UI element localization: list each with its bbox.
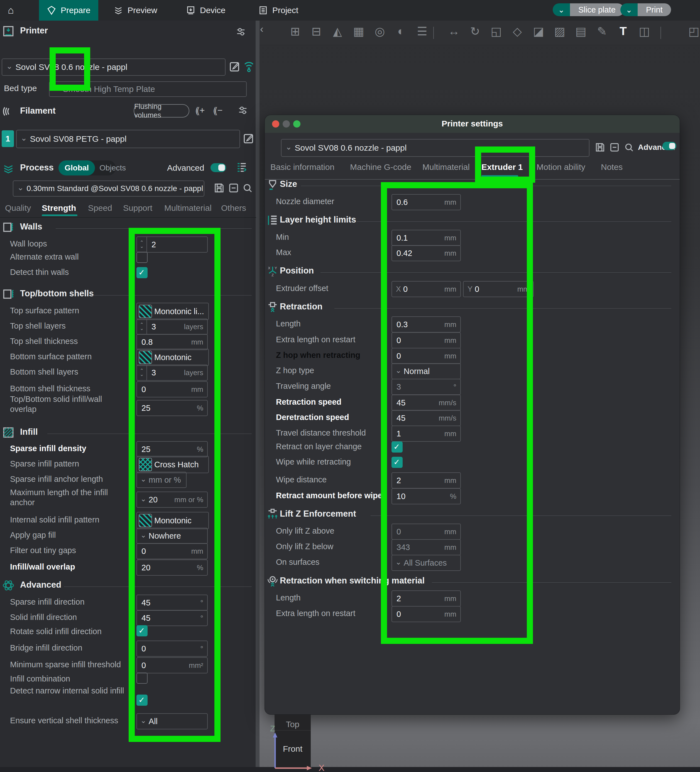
tab-motion-ability[interactable]: Motion ability bbox=[536, 162, 585, 172]
scope-objects-button[interactable]: Objects bbox=[95, 164, 130, 172]
process-preset-value: 0.30mm Standard @Sovol SV08 0.6 nozzle -… bbox=[26, 184, 203, 193]
filament-section-header: Filament Flushing volumes ⸨+ ⸨− bbox=[0, 104, 256, 119]
rotate-icon[interactable]: ↻ bbox=[467, 25, 483, 38]
retraction-section-title: Retraction bbox=[280, 302, 322, 312]
filament-preset-select[interactable]: ⌄ Sovol SV08 PETG - pappl bbox=[16, 130, 240, 148]
delete-machine-icon[interactable] bbox=[609, 142, 620, 153]
printer-icon bbox=[2, 25, 15, 37]
param-label: Ensure vertical shell thickness bbox=[10, 715, 130, 726]
filament-settings-icon[interactable] bbox=[237, 105, 249, 116]
param-label: Detect thin walls bbox=[10, 267, 130, 277]
move-icon[interactable]: ↔ bbox=[445, 25, 462, 38]
text-tool-icon[interactable]: T bbox=[615, 25, 631, 38]
dialog-preset-row: ⌄ Sovol SV08 0.6 nozzle - pappl Advanced bbox=[265, 133, 680, 164]
dialog-preset-select[interactable]: ⌄ Sovol SV08 0.6 nozzle - pappl bbox=[281, 139, 589, 157]
print-label[interactable]: Print bbox=[638, 3, 671, 16]
print-button[interactable]: ⌄ Print bbox=[620, 3, 671, 16]
place-on-face-icon[interactable]: ◇ bbox=[509, 25, 526, 38]
param-label: Wipe distance bbox=[276, 474, 396, 484]
param-label: Sparse infill density bbox=[10, 443, 130, 453]
scope-global-label: Global bbox=[65, 164, 89, 172]
param-label: Extruder offset bbox=[276, 283, 396, 293]
tab-others[interactable]: Others bbox=[221, 203, 246, 213]
printer-preset-select[interactable]: ⌄ Sovol SV08 0.6 nozzle - pappl bbox=[2, 59, 226, 76]
param-label: Deretraction speed bbox=[276, 412, 396, 422]
search-preset-icon[interactable] bbox=[242, 182, 254, 194]
position-icon: XYZ bbox=[267, 265, 279, 277]
measure-icon[interactable]: ◫ bbox=[636, 25, 653, 38]
tab-multimaterial[interactable]: Multimaterial bbox=[164, 203, 212, 213]
tab-label: Project bbox=[272, 6, 298, 15]
tab-project[interactable]: Project bbox=[250, 0, 306, 21]
slice-dropdown-chevron-icon[interactable]: ⌄ bbox=[553, 3, 570, 16]
printer-settings-icon[interactable] bbox=[235, 26, 247, 37]
param-label: Bottom shell thickness bbox=[10, 383, 130, 394]
param-label: Filter out tiny gaps bbox=[10, 545, 130, 555]
add-plate-icon[interactable]: ⊟ bbox=[308, 25, 325, 38]
variable-layer-height-icon[interactable]: ☰ bbox=[414, 25, 430, 38]
svg-text:X: X bbox=[319, 763, 324, 772]
remove-filament-icon[interactable]: ⸨− bbox=[213, 105, 223, 116]
delete-preset-icon[interactable] bbox=[228, 182, 239, 194]
chevron-down-icon: ⌄ bbox=[21, 133, 27, 142]
tab-machine-gcode[interactable]: Machine G-code bbox=[350, 162, 411, 172]
dialog-advanced-toggle[interactable] bbox=[662, 142, 676, 150]
flushing-volumes-button[interactable]: Flushing volumes bbox=[134, 104, 189, 118]
cut-icon[interactable]: ◪ bbox=[530, 25, 547, 38]
scale-icon[interactable]: ◱ bbox=[488, 25, 505, 38]
param-label: Apply gap fill bbox=[10, 530, 130, 540]
tab-basic-information[interactable]: Basic information bbox=[270, 162, 334, 172]
assembly-icon[interactable]: ◰ bbox=[685, 25, 700, 38]
sidebar-scrollbar[interactable] bbox=[256, 21, 260, 767]
search-setting-icon[interactable] bbox=[623, 142, 635, 153]
add-object-icon[interactable]: ⊞ bbox=[287, 25, 304, 38]
param-label: Z hop type bbox=[276, 365, 396, 375]
seam-paint-icon[interactable]: ✎ bbox=[594, 25, 610, 38]
layer-height-limits-title: Layer height limits bbox=[280, 215, 363, 225]
tab-label: Device bbox=[200, 6, 226, 15]
save-preset-icon[interactable] bbox=[213, 182, 225, 194]
tab-quality[interactable]: Quality bbox=[5, 203, 31, 213]
slice-plate-button[interactable]: ⌄ Slice plate bbox=[553, 3, 624, 16]
wifi-connection-icon[interactable] bbox=[243, 60, 255, 73]
infill-icon bbox=[2, 426, 15, 438]
tab-prepare[interactable]: Prepare bbox=[39, 0, 98, 21]
annotation-strength-values bbox=[129, 228, 221, 742]
tab-notes[interactable]: Notes bbox=[601, 162, 623, 172]
save-machine-icon[interactable] bbox=[594, 142, 606, 153]
tab-label: Prepare bbox=[61, 6, 90, 15]
print-dropdown-chevron-icon[interactable]: ⌄ bbox=[620, 3, 638, 16]
tab-multimaterial[interactable]: Multimaterial bbox=[422, 162, 470, 172]
tab-strength[interactable]: Strength bbox=[42, 203, 76, 213]
fill-color-icon[interactable]: ▨ bbox=[551, 25, 568, 38]
process-preset-select[interactable]: ⌄ 0.30mm Standard @Sovol SV08 0.6 nozzle… bbox=[13, 180, 204, 196]
scope-global-button[interactable]: Global bbox=[59, 160, 95, 175]
tab-device[interactable]: Device bbox=[178, 0, 233, 21]
auto-orient-icon[interactable]: ◭ bbox=[329, 25, 346, 38]
edit-printer-icon[interactable] bbox=[229, 61, 240, 72]
sidebar-collapse-icon[interactable]: ‹ bbox=[260, 23, 263, 35]
walls-section-title: Walls bbox=[20, 222, 43, 232]
slice-plate-label[interactable]: Slice plate bbox=[570, 3, 624, 16]
tab-preview[interactable]: Preview bbox=[106, 0, 165, 21]
position-section-title: Position bbox=[280, 266, 314, 276]
add-filament-icon[interactable]: ⸨+ bbox=[195, 105, 205, 116]
home-button[interactable]: ⌂ bbox=[0, 0, 22, 21]
retraction-icon bbox=[267, 301, 279, 313]
parameter-table-icon[interactable] bbox=[236, 161, 248, 174]
split-to-objects-icon[interactable]: ◎ bbox=[371, 25, 388, 38]
tab-support[interactable]: Support bbox=[123, 203, 152, 213]
dialog-title-bar[interactable]: Printer settings bbox=[265, 115, 680, 133]
active-tab-underline bbox=[42, 214, 77, 216]
advanced-mode-toggle[interactable] bbox=[211, 163, 226, 172]
layer-height-icon bbox=[267, 214, 279, 226]
split-to-parts-icon[interactable]: ◐ bbox=[393, 25, 409, 38]
axes-indicator: Z X bbox=[266, 723, 333, 772]
param-label: Only lift Z below bbox=[276, 541, 396, 551]
param-label: Extra length on restart bbox=[276, 334, 396, 345]
edit-filament-icon[interactable] bbox=[243, 132, 255, 144]
arrange-icon[interactable]: ▦ bbox=[350, 25, 367, 38]
shells-icon bbox=[2, 288, 15, 300]
support-paint-icon[interactable]: ▤ bbox=[572, 25, 589, 38]
tab-speed[interactable]: Speed bbox=[88, 203, 112, 213]
